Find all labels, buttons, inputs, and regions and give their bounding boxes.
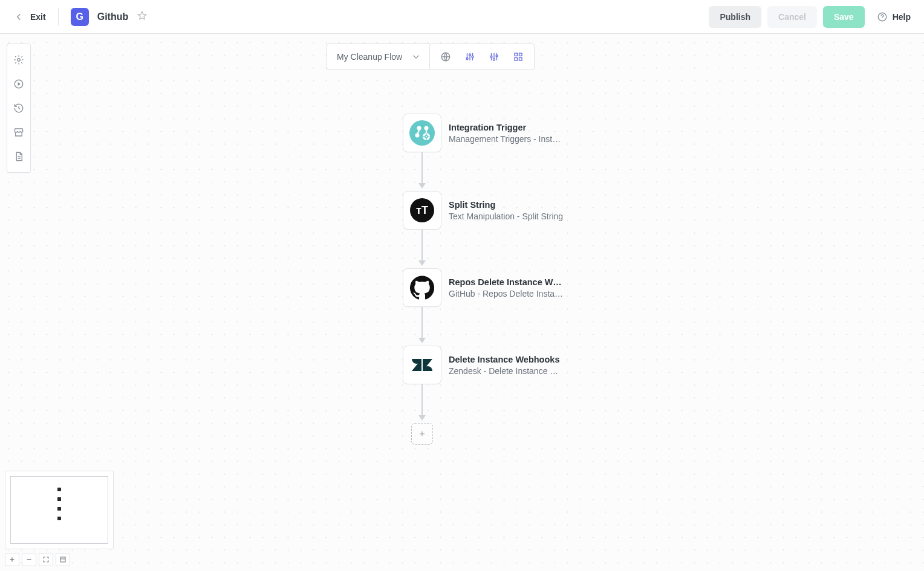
app-badge: G	[71, 8, 89, 26]
star-icon	[137, 10, 148, 21]
exit-label: Exit	[30, 12, 46, 22]
divider	[58, 8, 59, 25]
save-button[interactable]: Save	[823, 6, 865, 28]
topbar: Exit G Github Publish Cancel Save Help	[0, 0, 924, 34]
help-button[interactable]: Help	[877, 11, 911, 22]
chevron-left-icon	[13, 11, 24, 22]
exit-button[interactable]: Exit	[13, 11, 46, 22]
svg-point-1	[882, 19, 882, 19]
publish-button[interactable]: Publish	[709, 6, 761, 28]
page-title: Github	[97, 11, 129, 22]
favorite-button[interactable]	[137, 10, 148, 23]
help-label: Help	[893, 12, 911, 22]
cancel-button: Cancel	[767, 6, 817, 28]
help-icon	[877, 11, 888, 22]
